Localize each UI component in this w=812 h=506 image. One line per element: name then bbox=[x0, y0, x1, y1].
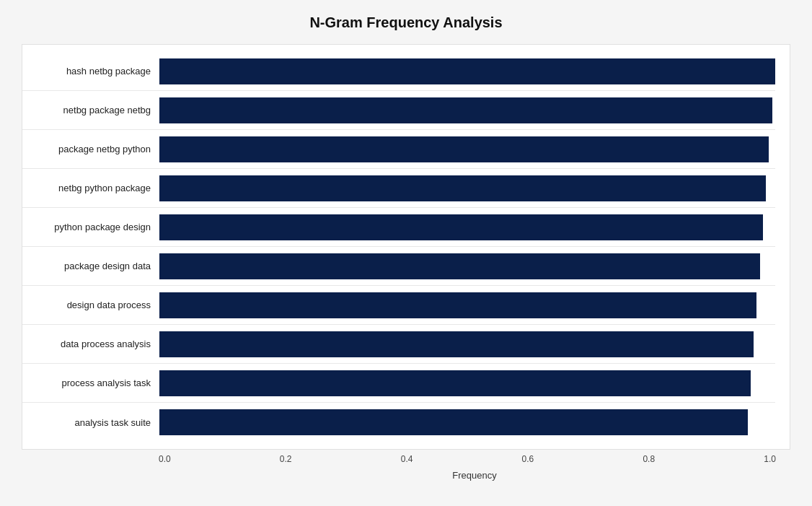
bar-track bbox=[159, 253, 775, 279]
bar-row: hash netbg package bbox=[22, 52, 775, 91]
bar-row: data process analysis bbox=[22, 325, 775, 364]
bar-track bbox=[159, 214, 775, 240]
bar-fill bbox=[159, 331, 754, 357]
x-tick: 0.0 bbox=[159, 454, 171, 464]
bar-label: package design data bbox=[22, 261, 159, 271]
bar-row: package netbg python bbox=[22, 130, 775, 169]
bar-label: analysis task suite bbox=[22, 417, 159, 428]
bar-fill bbox=[159, 409, 748, 435]
bar-label: netbg package netbg bbox=[22, 105, 159, 115]
bar-row: analysis task suite bbox=[22, 403, 775, 442]
bar-label: data process analysis bbox=[22, 339, 159, 349]
bar-fill bbox=[159, 214, 763, 240]
bar-fill bbox=[159, 136, 769, 162]
bar-track bbox=[159, 136, 775, 162]
bar-row: python package design bbox=[22, 208, 775, 247]
x-tick: 1.0 bbox=[764, 454, 776, 464]
x-tick: 0.4 bbox=[401, 454, 413, 464]
bar-row: netbg python package bbox=[22, 169, 775, 208]
bar-track bbox=[159, 97, 775, 123]
bar-track bbox=[159, 409, 775, 435]
bar-track bbox=[159, 370, 775, 396]
bar-label: hash netbg package bbox=[22, 66, 159, 77]
chart-container: N-Gram Frequency Analysis hash netbg pac… bbox=[0, 0, 812, 506]
bar-track bbox=[159, 331, 775, 357]
bar-label: python package design bbox=[22, 222, 159, 232]
x-axis-labels: 0.00.20.40.60.81.0 bbox=[159, 454, 790, 464]
bar-fill bbox=[159, 97, 772, 123]
x-tick: 0.6 bbox=[522, 454, 534, 464]
bar-fill bbox=[159, 175, 766, 201]
bar-fill bbox=[159, 370, 751, 396]
bar-label: package netbg python bbox=[22, 144, 159, 154]
bar-label: netbg python package bbox=[22, 183, 159, 193]
bar-track bbox=[159, 292, 775, 318]
bar-track bbox=[159, 58, 775, 84]
bar-row: process analysis task bbox=[22, 364, 775, 403]
x-tick: 0.8 bbox=[643, 454, 655, 464]
bar-label: design data process bbox=[22, 300, 159, 310]
bar-row: package design data bbox=[22, 247, 775, 286]
bar-fill bbox=[159, 253, 760, 279]
bar-row: netbg package netbg bbox=[22, 91, 775, 130]
bar-row: design data process bbox=[22, 286, 775, 325]
x-axis-container: 0.00.20.40.60.81.0 bbox=[159, 454, 790, 464]
chart-title: N-Gram Frequency Analysis bbox=[22, 14, 790, 31]
bar-track bbox=[159, 175, 775, 201]
bar-label: process analysis task bbox=[22, 378, 159, 388]
bar-fill bbox=[159, 292, 756, 318]
x-axis-title: Frequency bbox=[159, 470, 790, 481]
bar-fill bbox=[159, 58, 775, 84]
x-tick: 0.2 bbox=[280, 454, 292, 464]
chart-area: hash netbg packagenetbg package netbgpac… bbox=[22, 44, 790, 450]
